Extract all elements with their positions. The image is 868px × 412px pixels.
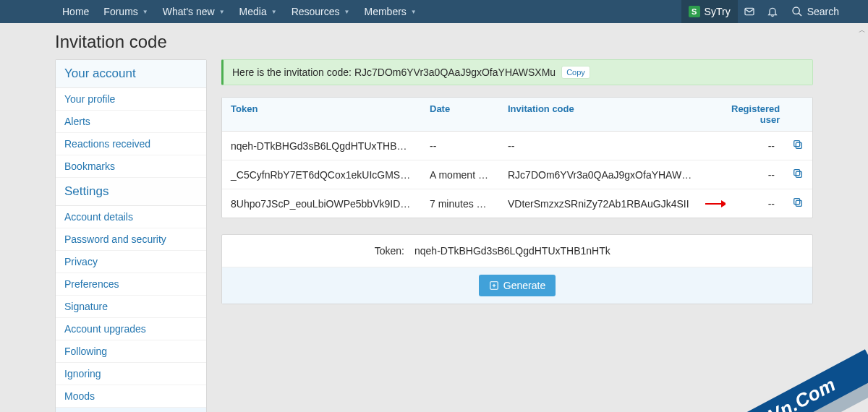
svg-point-1 <box>793 7 799 14</box>
nav-resources[interactable]: Resources▼ <box>284 0 357 23</box>
th-date[interactable]: Date <box>421 98 499 131</box>
nav-label: Home <box>62 6 89 17</box>
cell-token: 8Uhpo7JScP_eouLbiOWPe5bbVk9IDyN5 <box>222 191 421 217</box>
sidebar-item-profile[interactable]: Your profile <box>56 88 206 111</box>
sidebar-item-signature[interactable]: Signature <box>56 296 206 318</box>
nav-home[interactable]: Home <box>55 0 96 23</box>
token-form: Token: nqeh-DTkBHGd3sB6LQgdHTUxTHB1nHTk … <box>221 234 813 304</box>
cell-action <box>783 160 812 189</box>
table-row: nqeh-DTkBHGd3sB6LQgdHTUxTHB1nHTk -- -- -… <box>222 132 812 160</box>
table-header-row: Token Date Invitation code Registered us… <box>222 98 812 132</box>
cell-token: nqeh-DTkBHGd3sB6LQgdHTUxTHB1nHTk <box>222 133 421 159</box>
flash-message: Here is the invitation code: RJc7DOm6YVr… <box>221 59 813 85</box>
chevron-down-icon: ▼ <box>271 9 277 15</box>
top-nav: Home Forums▼ What's new▼ Media▼ Resource… <box>0 0 868 23</box>
main-content: Here is the invitation code: RJc7DOm6YVr… <box>221 59 813 304</box>
avatar: S <box>689 6 700 17</box>
table-row: _C5CyfnRbY7ET6dQCox1ekUIcGMSWPsy A momen… <box>222 160 812 189</box>
sidebar-item-preferences[interactable]: Preferences <box>56 273 206 296</box>
copy-icon[interactable] <box>792 168 804 179</box>
cell-action <box>783 189 812 218</box>
sidebar-item-upgrades[interactable]: Account upgrades <box>56 318 206 340</box>
sidebar-heading-settings: Settings <box>56 178 206 206</box>
cell-date: -- <box>421 133 499 159</box>
svg-line-2 <box>799 13 801 16</box>
nav-label: Forums <box>103 6 137 17</box>
copy-icon[interactable] <box>792 139 804 150</box>
nav-label: Media <box>239 6 267 17</box>
nav-label: Resources <box>292 6 340 17</box>
sidebar-heading-account: Your account <box>56 60 206 88</box>
nav-right: S SyTry Search <box>681 0 868 23</box>
nav-left: Home Forums▼ What's new▼ Media▼ Resource… <box>55 0 681 23</box>
user-menu[interactable]: S SyTry <box>681 0 738 23</box>
bell-icon[interactable] <box>761 0 784 23</box>
sidebar-item-invitation-code[interactable]: Invitation code <box>56 408 206 412</box>
cell-date: A moment ago <box>421 162 499 188</box>
cell-user: -- <box>726 133 783 159</box>
user-name: SyTry <box>705 6 731 17</box>
plus-icon <box>489 280 499 291</box>
cell-code: -- <box>499 133 705 159</box>
sidebar-item-bookmarks[interactable]: Bookmarks <box>56 155 206 178</box>
search-label: Search <box>807 6 839 17</box>
generate-button[interactable]: Generate <box>479 275 556 296</box>
sidebar-item-moods[interactable]: Moods <box>56 385 206 408</box>
token-label: Token: <box>232 245 414 257</box>
th-code[interactable]: Invitation code <box>499 98 705 131</box>
sidebar-item-reactions[interactable]: Reactions received <box>56 133 206 155</box>
cell-action <box>783 132 812 160</box>
page-title: Invitation code <box>55 32 813 52</box>
flash-copy-button[interactable]: Copy <box>561 66 590 79</box>
cell-date: 7 minutes ago <box>421 191 499 217</box>
svg-rect-4 <box>794 141 800 147</box>
svg-rect-7 <box>796 200 801 206</box>
sidebar-item-alerts[interactable]: Alerts <box>56 111 206 133</box>
nav-whats-new[interactable]: What's new▼ <box>156 0 232 23</box>
token-value: nqeh-DTkBHGd3sB6LQgdHTUxTHB1nHTk <box>414 245 802 257</box>
svg-rect-5 <box>796 171 801 177</box>
svg-rect-6 <box>794 170 800 176</box>
chevron-down-icon: ▼ <box>411 9 417 15</box>
nav-label: What's new <box>163 6 215 17</box>
scroll-up-indicator: ︿ <box>858 26 867 35</box>
nav-forums[interactable]: Forums▼ <box>96 0 155 23</box>
copy-icon[interactable] <box>792 197 804 208</box>
cell-code: RJc7DOm6YVr3a0QAaJ9gxOfaYHAWSXMu <box>499 162 705 188</box>
chevron-down-icon: ▼ <box>219 9 225 15</box>
sidebar-item-following[interactable]: Following <box>56 340 206 363</box>
cell-user: -- <box>726 191 783 217</box>
search-icon <box>791 6 803 17</box>
sidebar-item-password[interactable]: Password and security <box>56 228 206 251</box>
inbox-icon[interactable] <box>738 0 761 23</box>
cell-user: -- <box>726 162 783 188</box>
search-button[interactable]: Search <box>784 0 846 23</box>
th-user[interactable]: Registered user <box>723 98 788 131</box>
sidebar-item-account-details[interactable]: Account details <box>56 206 206 228</box>
codes-table: Token Date Invitation code Registered us… <box>221 97 813 218</box>
generate-label: Generate <box>503 280 545 291</box>
sidebar-item-privacy[interactable]: Privacy <box>56 251 206 273</box>
svg-rect-3 <box>796 142 801 148</box>
cell-token: _C5CyfnRbY7ET6dQCox1ekUIcGMSWPsy <box>222 162 421 188</box>
nav-label: Members <box>364 6 406 17</box>
nav-members[interactable]: Members▼ <box>357 0 423 23</box>
sidebar-item-ignoring[interactable]: Ignoring <box>56 363 206 385</box>
annotation-arrow <box>705 197 726 211</box>
table-row: 8Uhpo7JScP_eouLbiOWPe5bbVk9IDyN5 7 minut… <box>222 189 812 218</box>
sidebar: Your account Your profile Alerts Reactio… <box>55 59 207 412</box>
chevron-down-icon: ▼ <box>344 9 350 15</box>
chevron-down-icon: ▼ <box>142 9 148 15</box>
svg-rect-8 <box>794 199 800 205</box>
nav-media[interactable]: Media▼ <box>232 0 284 23</box>
flash-text: Here is the invitation code: RJc7DOm6YVr… <box>232 66 556 78</box>
form-row-token: Token: nqeh-DTkBHGd3sB6LQgdHTUxTHB1nHTk <box>222 235 812 267</box>
cell-code: VDterSmzxzSRniZy72Ab1RBAuGJk4SII <box>499 191 705 217</box>
th-token[interactable]: Token <box>222 98 421 131</box>
form-actions: Generate <box>222 267 812 304</box>
